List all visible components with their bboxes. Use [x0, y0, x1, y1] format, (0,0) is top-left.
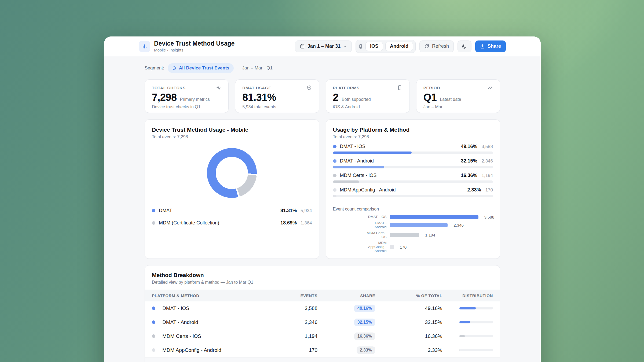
stat-card-period: PERIOD Q1Latest data Jan – Mar	[416, 79, 500, 113]
row-label: DMAT - iOS	[162, 305, 189, 311]
row-pct-total: 16.36%	[375, 333, 442, 339]
distribution-fill	[459, 321, 470, 323]
distribution-track	[459, 349, 493, 351]
refresh-button[interactable]: Refresh	[419, 40, 454, 52]
stat-caption: Both supported	[342, 97, 371, 102]
segment-separator: ·	[237, 65, 239, 71]
distribution-fill	[459, 349, 460, 351]
table-row: MDM AppConfig - Android 170 2.33% 2.33%	[145, 343, 500, 357]
platform-segmented-control: iOS Android	[356, 40, 416, 53]
bar-label: MDM AppConfig - Android	[333, 241, 387, 253]
calendar-icon	[300, 44, 305, 49]
segment-chip[interactable]: All Device Trust Events	[168, 63, 234, 73]
bar	[390, 223, 448, 227]
method-percent: 32.15%	[461, 158, 477, 164]
progress-fill	[333, 152, 412, 154]
method-count: 170	[485, 187, 493, 193]
row-dot	[152, 306, 155, 310]
row-label: DMAT - Android	[162, 319, 198, 325]
date-range-button[interactable]: Jan 1 – Mar 31	[295, 40, 352, 52]
segment-period: Jan – Mar · Q1	[242, 65, 272, 71]
comparison-bar-row: MDM Certs - iOS 1,194	[333, 231, 493, 239]
share-icon	[480, 44, 485, 49]
comparison-bar-row: MDM AppConfig - Android 170	[333, 241, 493, 253]
stat-card-dmat-usage: DMAT USAGE 81.31% 5,934 total events	[235, 79, 319, 113]
row-dot	[152, 334, 155, 338]
dashboard-content: Segment: All Device Trust Events · Jan –…	[104, 63, 541, 362]
row-label: MDM Certs - iOS	[162, 333, 201, 339]
donut-chart	[207, 148, 257, 198]
stat-label: TOTAL CHECKS	[152, 86, 185, 90]
method-percent: 2.33%	[467, 187, 481, 193]
method-label: MDM Certs - iOS	[340, 173, 377, 178]
comparison-bar-row: DMAT - iOS 3,588	[333, 215, 493, 219]
refresh-icon	[424, 44, 429, 49]
platform-ios-button[interactable]: iOS	[365, 42, 383, 51]
platform-android-button[interactable]: Android	[385, 42, 413, 51]
legend-dot	[152, 221, 155, 225]
row-pct-total: 2.33%	[375, 347, 442, 353]
legend-count: 1,364	[301, 220, 312, 226]
row-label: MDM AppConfig - Android	[162, 347, 221, 353]
progress-track	[333, 152, 493, 154]
bar-label: DMAT - iOS	[333, 215, 387, 219]
distribution-fill	[459, 335, 465, 337]
method-label: MDM AppConfig - Android	[340, 187, 396, 193]
bar	[390, 245, 394, 249]
donut-chart-wrap	[152, 148, 312, 198]
bar-label: DMAT - Android	[333, 221, 387, 229]
desktop-background: { "theme": { "accent": "#2e7de9", "donut…	[0, 0, 644, 362]
segment-bar: Segment: All Device Trust Events · Jan –…	[145, 63, 500, 73]
progress-track	[333, 180, 493, 183]
method-count: 3,588	[481, 144, 493, 149]
method-row-mdm-certs: MDM Certs - iOS 16.36%1,194	[333, 173, 493, 183]
activity-icon	[216, 85, 221, 91]
row-events: 2,346	[264, 319, 317, 325]
bar	[390, 233, 419, 237]
method-count: 1,194	[481, 173, 493, 178]
bar-value: 170	[400, 245, 407, 249]
row-events: 1,194	[264, 333, 317, 339]
table-row: MDM Certs - iOS 1,194 16.36% 16.36%	[145, 329, 500, 343]
dark-mode-button[interactable]	[458, 40, 471, 52]
trending-up-icon	[487, 85, 493, 91]
row-events: 3,588	[264, 305, 317, 311]
chart-panels-row: Device Trust Method Usage - Mobile Total…	[145, 119, 500, 259]
panel-subtitle: Detailed view by platform & method — Jan…	[152, 280, 493, 285]
method-breakdown-panel: Method Breakdown Detailed view by platfo…	[145, 265, 500, 362]
page-subtitle: Mobile · Insights	[154, 48, 235, 52]
date-range-label: Jan 1 – Mar 31	[308, 43, 341, 49]
stat-value: 81.31%	[242, 92, 276, 103]
window-header: Device Trust Method Usage Mobile · Insig…	[104, 36, 541, 56]
row-events: 170	[264, 347, 317, 353]
comparison-title: Event count comparison	[333, 207, 493, 212]
share-button[interactable]: Share	[475, 40, 506, 52]
smartphone-icon	[358, 44, 363, 49]
method-label: DMAT - Android	[340, 158, 374, 164]
bar-value: 2,346	[453, 223, 464, 227]
header-titles: Device Trust Method Usage Mobile · Insig…	[154, 40, 235, 52]
bar-label: MDM Certs - iOS	[333, 231, 387, 239]
legend-percent: 18.69%	[280, 220, 297, 226]
comparison-bar-row: DMAT - Android 2,346	[333, 221, 493, 229]
column-header: % OF TOTAL	[375, 293, 442, 298]
comparison-chart: DMAT - iOS 3,588 DMAT - Android 2,346 MD…	[333, 215, 493, 253]
table-row: DMAT - iOS 3,588 49.16% 49.16%	[145, 301, 500, 315]
dashboard-window: Device Trust Method Usage Mobile · Insig…	[104, 36, 541, 362]
panel-title: Method Breakdown	[152, 272, 493, 278]
donut-panel: Device Trust Method Usage - Mobile Total…	[145, 119, 319, 259]
panel-title: Device Trust Method Usage - Mobile	[152, 127, 312, 133]
moon-icon	[462, 44, 467, 49]
share-badge: 16.36%	[354, 333, 375, 340]
usage-panel: Usage by Platform & Method Total events:…	[326, 119, 500, 259]
column-header: DISTRIBUTION	[442, 293, 500, 298]
row-pct-total: 32.15%	[375, 319, 442, 325]
legend-item-mdm: MDM (Certificate Collection) 18.69%1,364	[152, 217, 312, 229]
stat-value: 2	[333, 92, 339, 103]
event-count-comparison: Event count comparison DMAT - iOS 3,588 …	[333, 203, 493, 253]
share-badge: 2.33%	[357, 346, 375, 354]
method-count: 2,346	[481, 158, 493, 164]
method-dot	[333, 174, 336, 177]
segment-chip-label: All Device Trust Events	[179, 65, 229, 71]
method-dot	[333, 188, 336, 192]
